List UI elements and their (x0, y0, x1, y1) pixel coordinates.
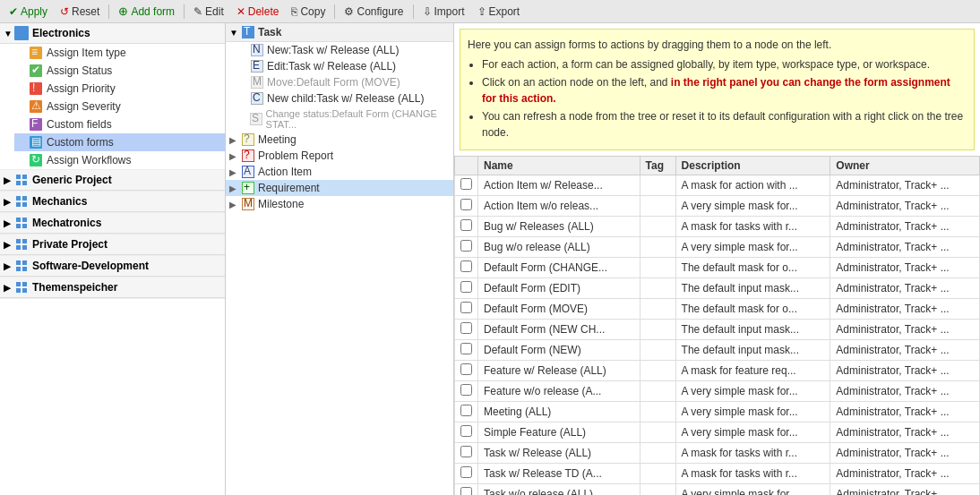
sidebar-item-custom-forms[interactable]: ▤ Custom forms (14, 133, 225, 151)
add-form-label: Add form (131, 5, 175, 18)
configure-button[interactable]: ⚙ Configure (339, 4, 408, 20)
row-checkbox[interactable] (460, 446, 472, 457)
tree-item-move-task[interactable]: M Move:Default Form (MOVE) (226, 74, 453, 90)
tree-item-changestatus-task[interactable]: S Change status:Default Form (CHANGE STA… (226, 107, 453, 132)
col-header-name[interactable]: Name (478, 157, 640, 175)
row-checkbox[interactable] (460, 487, 472, 495)
table-row[interactable]: Task w/ Release (ALL) A mask for tasks w… (455, 443, 980, 464)
reset-button[interactable]: ↺ Reset (55, 4, 105, 20)
row-checkbox-cell[interactable] (455, 196, 478, 217)
table-row[interactable]: Task w/o release (ALL) A very simple mas… (455, 484, 980, 496)
row-checkbox-cell[interactable] (455, 402, 478, 422)
tree-item-milestone[interactable]: ▶ M Milestone (226, 196, 453, 212)
sidebar-item-assign-severity[interactable]: ⚠ Assign Severity (14, 98, 225, 115)
table-row[interactable]: Simple Feature (ALL) A very simple mask … (455, 422, 980, 443)
table-row[interactable]: Action Item w/ Release... A mask for act… (455, 175, 980, 196)
table-row[interactable]: Default Form (EDIT) The default input ma… (455, 278, 980, 299)
add-form-button[interactable]: ⊕ Add form (113, 3, 180, 20)
tree-item-requirement[interactable]: ▶ + Requirement (226, 180, 453, 196)
task-root-header[interactable]: ▼ T Task (226, 23, 453, 42)
row-checkbox-cell[interactable] (455, 175, 478, 196)
tree-item-new-task[interactable]: N New:Task w/ Release (ALL) (226, 42, 453, 58)
assign-item-type-icon: ≡ (29, 46, 43, 60)
table-row[interactable]: Default Form (MOVE) The default mask for… (455, 299, 980, 320)
generic-project-header[interactable]: ▶ Generic Project (0, 170, 225, 191)
copy-button[interactable]: ⎘ Copy (286, 4, 331, 20)
table-row[interactable]: Default Form (NEW) The default input mas… (455, 340, 980, 361)
row-checkbox-cell[interactable] (455, 443, 478, 464)
sidebar-item-assign-workflows[interactable]: ↻ Assign Workflows (14, 151, 225, 169)
row-checkbox-cell[interactable] (455, 237, 478, 258)
row-checkbox[interactable] (460, 260, 472, 272)
row-checkbox-cell[interactable] (455, 422, 478, 443)
table-row[interactable]: Default Form (CHANGE... The default mask… (455, 258, 980, 278)
row-checkbox-cell[interactable] (455, 381, 478, 402)
import-button[interactable]: ⇩ Import (417, 4, 470, 20)
export-button[interactable]: ⇪ Export (472, 4, 526, 20)
delete-button[interactable]: ✕ Delete (231, 4, 285, 20)
row-checkbox[interactable] (460, 405, 472, 416)
table-row[interactable]: Bug w/ Releases (ALL) A mask for tasks w… (455, 217, 980, 237)
row-checkbox[interactable] (460, 219, 472, 231)
mechatronics-project-header[interactable]: ▶ Mechatronics (0, 213, 225, 234)
table-row[interactable]: Bug w/o release (ALL) A very simple mask… (455, 237, 980, 258)
electronics-project-header[interactable]: ▼ Electronics (0, 23, 225, 44)
assign-priority-icon: ! (29, 81, 43, 96)
row-checkbox-cell[interactable] (455, 320, 478, 340)
table-row[interactable]: Task w/ Release TD (A... A mask for task… (455, 464, 980, 484)
row-checkbox[interactable] (460, 178, 472, 190)
row-checkbox-cell[interactable] (455, 464, 478, 484)
svg-rect-2 (16, 34, 21, 38)
row-checkbox[interactable] (460, 322, 472, 334)
tree-item-newchild-task[interactable]: C New child:Task w/ Release (ALL) (226, 90, 453, 107)
row-checkbox[interactable] (460, 466, 472, 478)
svg-rect-27 (22, 218, 27, 222)
row-checkbox[interactable] (460, 199, 472, 210)
tree-item-edit-task[interactable]: E Edit:Task w/ Release (ALL) (226, 58, 453, 74)
row-checkbox-cell[interactable] (455, 278, 478, 299)
row-checkbox[interactable] (460, 302, 472, 313)
table-row[interactable]: Feature w/ Release (ALL) A mask for feat… (455, 361, 980, 381)
software-dev-header[interactable]: ▶ Software-Development (0, 256, 225, 277)
row-checkbox[interactable] (460, 384, 472, 396)
row-checkbox-cell[interactable] (455, 484, 478, 496)
col-header-description[interactable]: Description (675, 157, 830, 175)
edit-task-icon: E (251, 60, 263, 73)
tree-item-meeting[interactable]: ▶ ? Meeting (226, 132, 453, 148)
sidebar-item-assign-status[interactable]: ✔ Assign Status (14, 62, 225, 80)
row-checkbox-cell[interactable] (455, 361, 478, 381)
row-checkbox[interactable] (460, 425, 472, 437)
row-checkbox[interactable] (460, 363, 472, 375)
table-row[interactable]: Feature w/o release (A... A very simple … (455, 381, 980, 402)
svg-rect-38 (16, 282, 21, 286)
row-checkbox-cell[interactable] (455, 340, 478, 361)
sidebar-item-assign-item-type[interactable]: ≡ Assign Item type (14, 44, 225, 62)
separator-2 (184, 4, 185, 19)
table-row[interactable]: Action Item w/o releas... A very simple … (455, 196, 980, 217)
svg-rect-26 (16, 218, 21, 222)
apply-button[interactable]: ✔ Apply (4, 4, 53, 20)
edit-button[interactable]: ✎ Edit (188, 4, 229, 20)
row-checkbox-cell[interactable] (455, 217, 478, 237)
row-checkbox[interactable] (460, 281, 472, 293)
row-checkbox[interactable] (460, 343, 472, 354)
row-description: The default input mask... (675, 278, 830, 299)
row-checkbox-cell[interactable] (455, 299, 478, 320)
themenspeicher-header[interactable]: ▶ Themenspeicher (0, 277, 225, 298)
separator-3 (334, 4, 335, 19)
table-row[interactable]: Default Form (NEW CH... The default inpu… (455, 320, 980, 340)
changestatus-task-icon: S (250, 113, 262, 125)
row-checkbox-cell[interactable] (455, 258, 478, 278)
tree-item-action-item[interactable]: ▶ A Action Item (226, 164, 453, 180)
mechanics-project-header[interactable]: ▶ Mechanics (0, 192, 225, 212)
table-row[interactable]: Meeting (ALL) A very simple mask for... … (455, 402, 980, 422)
svg-rect-41 (22, 288, 27, 293)
private-project-header[interactable]: ▶ Private Project (0, 235, 225, 255)
row-name: Default Form (CHANGE... (478, 258, 640, 278)
tree-item-problem-report[interactable]: ▶ ? Problem Report (226, 148, 453, 164)
col-header-owner[interactable]: Owner (830, 157, 980, 175)
row-checkbox[interactable] (460, 240, 472, 252)
sidebar-item-assign-priority[interactable]: ! Assign Priority (14, 80, 225, 98)
col-header-tag[interactable]: Tag (640, 157, 675, 175)
sidebar-item-custom-fields[interactable]: F Custom fields (14, 115, 225, 133)
